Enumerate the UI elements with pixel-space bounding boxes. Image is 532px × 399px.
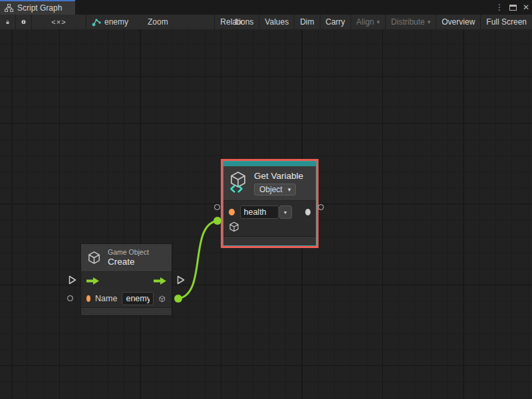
node-get-variable[interactable]: Get Variable Object ▾ ▾: [223, 161, 317, 246]
lock-button[interactable]: [0, 15, 16, 29]
node-create-game-object[interactable]: Game Object Create Name: [80, 243, 172, 316]
node-title: Create: [108, 257, 149, 267]
info-icon: [21, 17, 26, 27]
graph-reference[interactable]: enemy: [92, 15, 128, 29]
flow-output-port[interactable]: [177, 275, 185, 285]
chevron-down-icon: ▾: [428, 19, 431, 25]
graph-toolbar: <×> enemy Zoom 1x Relations Values Dim C…: [0, 15, 532, 29]
graph-reference-icon: [92, 18, 101, 27]
tab-script-graph[interactable]: Script Graph: [0, 0, 75, 15]
value-input-port[interactable]: [67, 295, 73, 301]
window-tab-strip: Script Graph ⋮ ✕: [0, 0, 532, 15]
node-get-variable-selection[interactable]: Get Variable Object ▾ ▾: [221, 159, 319, 248]
zoom-label: Zoom: [148, 15, 168, 29]
variable-picker-dropdown[interactable]: ▾: [279, 205, 292, 219]
fullscreen-button[interactable]: Full Screen: [481, 15, 532, 29]
info-button[interactable]: [16, 15, 32, 29]
graph-reference-label: enemy: [104, 17, 128, 27]
code-preview-button[interactable]: <×>: [32, 15, 86, 29]
variable-kind-dropdown[interactable]: Object ▾: [254, 184, 296, 196]
game-object-cube-icon: [86, 250, 102, 265]
graph-hierarchy-icon: [5, 4, 13, 12]
name-value-port[interactable]: [86, 295, 90, 302]
code-badge-icon: [231, 186, 235, 192]
lock-icon: [5, 18, 10, 27]
overview-button[interactable]: Overview: [436, 15, 481, 29]
value-output-indicator[interactable]: [305, 209, 311, 215]
values-button[interactable]: Values: [259, 15, 295, 29]
name-input[interactable]: [122, 292, 154, 305]
flow-out-arrow-icon[interactable]: [154, 277, 166, 285]
node-footer: [223, 236, 316, 245]
window-maximize-icon[interactable]: [509, 5, 517, 11]
chevron-down-icon: ▾: [288, 186, 291, 193]
variable-name-input[interactable]: [240, 205, 279, 219]
node-footer: [81, 307, 172, 315]
node-header[interactable]: Game Object Create: [81, 244, 172, 272]
name-input-port[interactable]: [214, 204, 220, 210]
name-port-label: Name: [95, 294, 117, 303]
dim-button[interactable]: Dim: [295, 15, 320, 29]
node-category: Game Object: [108, 248, 149, 257]
tab-label: Script Graph: [17, 3, 62, 13]
node-title: Get Variable: [254, 171, 303, 182]
flow-in-arrow-icon[interactable]: [86, 277, 99, 285]
align-button: Align▾: [351, 15, 386, 29]
window-close-icon[interactable]: ✕: [523, 3, 529, 11]
chevron-down-icon: ▾: [377, 19, 380, 25]
node-header[interactable]: Get Variable Object ▾: [223, 166, 316, 201]
object-target-cube-icon[interactable]: [228, 221, 240, 233]
gameobject-output-cube-icon[interactable]: [158, 293, 166, 305]
variable-name-port[interactable]: [229, 209, 235, 215]
code-icon: <×>: [51, 18, 66, 26]
variable-cube-icon: [229, 171, 249, 196]
window-menu-icon[interactable]: ⋮: [495, 3, 503, 11]
value-output-port[interactable]: [318, 204, 324, 210]
relations-button[interactable]: Relations: [215, 15, 259, 29]
variable-color-bar: [223, 162, 316, 166]
carry-button[interactable]: Carry: [321, 15, 351, 29]
distribute-button: Distribute▾: [386, 15, 436, 29]
flow-input-port[interactable]: [68, 275, 76, 285]
